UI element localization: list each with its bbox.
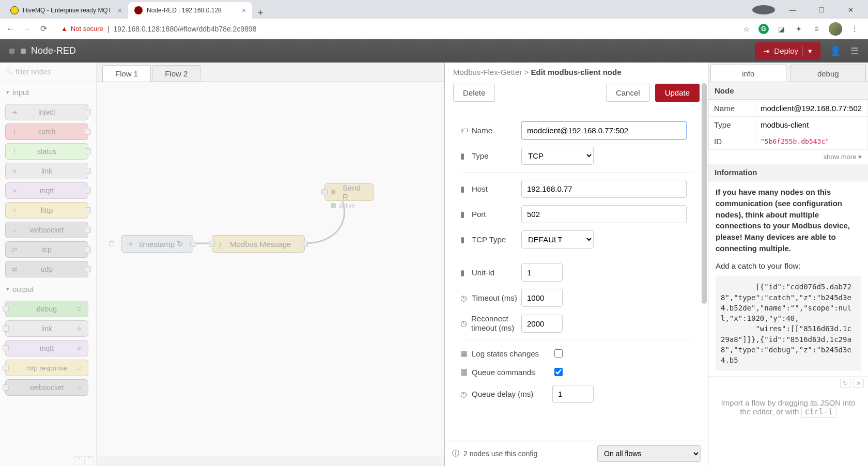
palette-node-websocket-out[interactable]: websocket○ <box>5 379 88 396</box>
palette-scroll[interactable]: input ➜inject !catch !status ⋄link ⋄mqtt… <box>0 82 97 455</box>
extension-icon[interactable]: ◪ <box>776 24 786 34</box>
chrome-menu-icon[interactable]: ⋮ <box>849 24 860 34</box>
scope-select[interactable]: On all flows <box>597 445 701 462</box>
host-input[interactable] <box>521 180 687 198</box>
user-icon[interactable]: 👤 <box>830 45 841 57</box>
port-out[interactable] <box>302 241 308 247</box>
node-send-r[interactable]: ✹ Send R <box>324 183 374 201</box>
category-output[interactable]: output <box>5 281 88 298</box>
reload-icon[interactable]: ⟳ <box>38 24 49 34</box>
function-icon: ƒ <box>214 238 227 250</box>
palette-node-link[interactable]: ⋄link <box>5 163 88 179</box>
tab-debug[interactable]: debug <box>791 65 866 82</box>
type-label: ▮Type <box>460 151 517 161</box>
palette-search[interactable] <box>0 63 97 82</box>
h-scrollbar[interactable] <box>97 457 444 466</box>
port-out[interactable] <box>190 241 196 247</box>
back-icon[interactable]: ← <box>5 24 16 34</box>
log-label: ▦Log states changes <box>460 349 548 358</box>
debug-icon: ≡ <box>73 303 85 315</box>
profile-avatar[interactable] <box>829 22 842 36</box>
tab-flow-1[interactable]: Flow 1 <box>102 65 151 82</box>
list-icon: ▦ <box>460 367 468 377</box>
unit-input[interactable] <box>521 263 563 282</box>
queue-checkbox[interactable] <box>554 368 563 376</box>
close-icon[interactable]: × <box>242 6 246 14</box>
palette-node-inject[interactable]: ➜inject <box>5 104 88 120</box>
extensions-puzzle-icon[interactable]: ✦ <box>794 24 804 34</box>
host-label: ▮Host <box>460 184 517 194</box>
app-logo: Node-RED <box>9 45 76 56</box>
close-window-icon[interactable]: ✕ <box>839 6 862 14</box>
update-button[interactable]: Update <box>655 84 700 102</box>
palette-node-udp[interactable]: ⇄udp <box>5 261 88 277</box>
reading-list-icon[interactable]: ≡ <box>811 24 822 34</box>
cancel-button[interactable]: Cancel <box>606 84 650 102</box>
palette-node-link-out[interactable]: link⋄ <box>5 320 88 337</box>
workspace: Flow 1 Flow 2 ➜ timestamp ↻ ƒ Modbus Mes… <box>97 63 444 466</box>
palette-node-catch[interactable]: !catch <box>5 123 88 140</box>
not-secure-badge[interactable]: ▲ Not secure <box>61 25 103 33</box>
sidebar-icons: ↻ ✕ <box>708 376 868 389</box>
port-in[interactable] <box>321 189 328 195</box>
chevron-down-icon[interactable]: ▾ <box>802 46 812 56</box>
palette-node-mqtt-out[interactable]: mqtt⋄ <box>5 340 88 356</box>
deploy-button[interactable]: ⇥ Deploy ▾ <box>755 42 820 60</box>
maximize-icon[interactable]: ☐ <box>810 6 833 14</box>
globe-icon: ○ <box>73 382 85 393</box>
category-input[interactable]: input <box>5 84 88 101</box>
menu-icon[interactable]: ☰ <box>850 45 859 57</box>
reconnect-input[interactable] <box>521 315 563 333</box>
deploy-icon: ⇥ <box>763 46 770 56</box>
tab-flow-2[interactable]: Flow 2 <box>152 65 200 82</box>
section-node: Node <box>708 82 868 100</box>
browser-tabstrip: HiveMQ - Enterprise ready MQT × Node-RED… <box>0 0 868 19</box>
node-timestamp[interactable]: ➜ timestamp ↻ <box>121 235 193 253</box>
tab-title: Node-RED : 192.168.0.128 <box>147 7 238 14</box>
node-modbus-message[interactable]: ƒ Modbus Message <box>212 235 305 253</box>
type-select[interactable]: TCP <box>521 147 594 165</box>
arrow-icon: ⇄ <box>9 263 20 275</box>
browser-tab-nodered[interactable]: Node-RED : 192.168.0.128 × <box>128 2 252 19</box>
palette-node-websocket[interactable]: ○websocket <box>5 222 88 238</box>
v-scrollbar[interactable] <box>701 83 708 451</box>
close-icon[interactable]: ✕ <box>854 379 864 388</box>
node-type-value: modbus-client <box>755 117 868 133</box>
globe-icon: ○ <box>9 205 20 216</box>
address-bar[interactable]: ▲ Not secure | 192.168.0.128:1880/#flow/… <box>55 21 735 37</box>
delete-button[interactable]: Delete <box>453 84 495 102</box>
log-checkbox[interactable] <box>554 349 563 358</box>
bookmark-icon[interactable]: ☆ <box>741 24 751 34</box>
tray-footer: ⓘ 2 nodes use this config On all flows <box>445 441 708 466</box>
crumb-parent[interactable]: Modbus-Flex-Getter <box>453 68 522 76</box>
palette-node-debug[interactable]: debug≡ <box>5 301 88 317</box>
show-more-button[interactable]: show more ▾ <box>708 150 868 164</box>
palette-node-http-resp[interactable]: http response○ <box>5 360 88 376</box>
browser-tab-hivemq[interactable]: HiveMQ - Enterprise ready MQT × <box>4 2 128 19</box>
qdelay-input[interactable] <box>552 385 594 403</box>
name-input[interactable] <box>521 121 687 139</box>
forward-icon[interactable]: → <box>22 24 32 34</box>
collapse-down-icon[interactable]: ˅ <box>84 456 94 464</box>
palette-node-status[interactable]: !status <box>5 143 88 160</box>
collapse-up-icon[interactable]: ˄ <box>74 456 83 464</box>
minimize-icon[interactable]: — <box>781 6 804 14</box>
refresh-icon[interactable]: ↻ <box>840 379 850 388</box>
palette-node-http[interactable]: ○http <box>5 202 88 219</box>
canvas[interactable]: ➜ timestamp ↻ ƒ Modbus Message ✹ Send R … <box>97 82 444 457</box>
port-input[interactable] <box>521 205 687 223</box>
filter-input[interactable] <box>4 66 92 78</box>
palette-node-tcp[interactable]: ⇄tcp <box>5 241 88 258</box>
tcptype-select[interactable]: DEFAULT <box>521 230 594 248</box>
grammarly-icon[interactable]: G <box>758 24 769 34</box>
new-tab-button[interactable]: + <box>252 8 269 19</box>
tab-info[interactable]: info <box>710 65 786 82</box>
window-controls: — ☐ ✕ <box>752 5 868 19</box>
clock-icon: ➜ <box>123 238 136 250</box>
tab-title: HiveMQ - Enterprise ready MQT <box>23 7 114 14</box>
close-icon[interactable]: × <box>118 6 122 14</box>
node-name-value: modclient@192.168.0.77:502 <box>755 100 868 117</box>
palette-node-mqtt[interactable]: ⋄mqtt <box>5 182 88 199</box>
port-in[interactable] <box>209 241 215 247</box>
timeout-input[interactable] <box>521 289 563 307</box>
